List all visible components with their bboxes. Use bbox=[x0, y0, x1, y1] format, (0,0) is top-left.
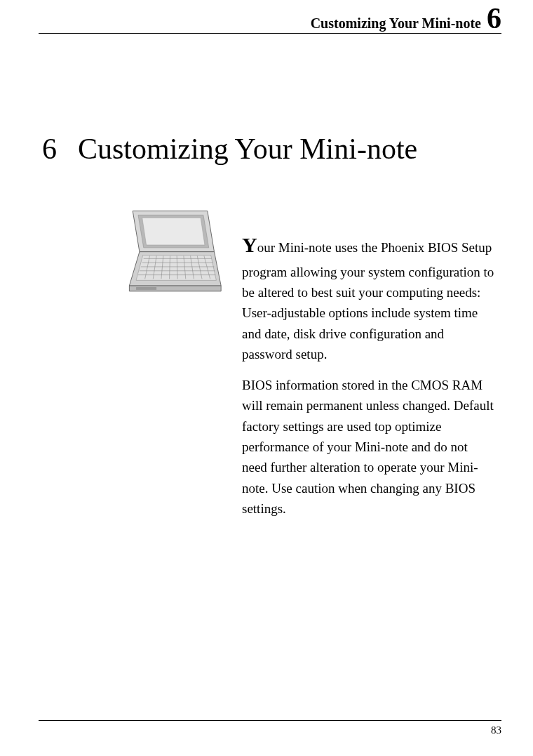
body-text: Your Mini-note uses the Phoenix BIOS Set… bbox=[242, 229, 501, 529]
chapter-title: Customizing Your Mini-note bbox=[78, 133, 417, 165]
svg-rect-0 bbox=[136, 287, 156, 290]
paragraph-2: BIOS information stored in the CMOS RAM … bbox=[242, 375, 494, 519]
drop-cap: Y bbox=[242, 233, 257, 256]
chapter-heading: 6Customizing Your Mini-note bbox=[39, 132, 501, 166]
chapter-number: 6 bbox=[42, 132, 57, 166]
page-number: 83 bbox=[491, 724, 501, 736]
paragraph-1: Your Mini-note uses the Phoenix BIOS Set… bbox=[242, 229, 494, 365]
document-page: Customizing Your Mini-note 6 6Customizin… bbox=[0, 0, 533, 756]
page-header: Customizing Your Mini-note 6 bbox=[39, 0, 501, 34]
header-title: Customizing Your Mini-note bbox=[311, 15, 481, 31]
page-footer: 83 bbox=[39, 720, 501, 736]
paragraph-1-text: our Mini-note uses the Phoenix BIOS Setu… bbox=[242, 240, 494, 362]
header-chapter-number: 6 bbox=[487, 2, 501, 34]
laptop-illustration-icon bbox=[116, 201, 224, 310]
laptop-icon bbox=[116, 201, 224, 312]
content-area: Your Mini-note uses the Phoenix BIOS Set… bbox=[39, 229, 501, 529]
